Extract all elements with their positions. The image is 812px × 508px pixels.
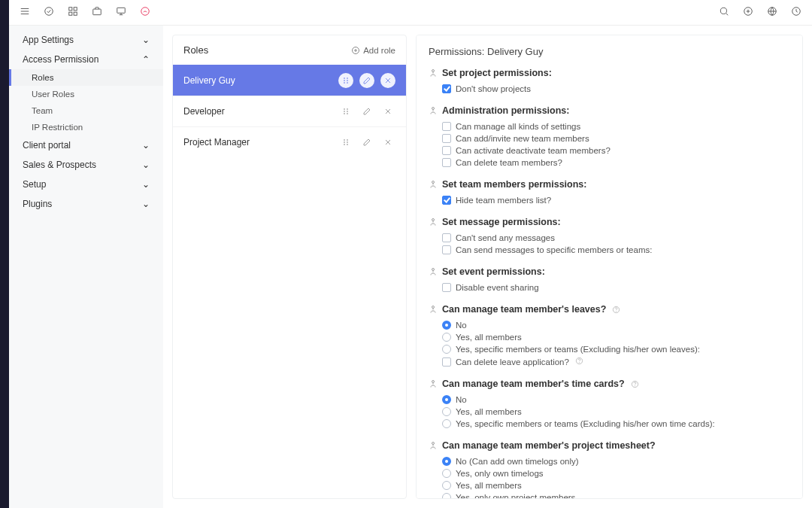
chevron-down-icon: ⌄ [142, 160, 150, 170]
checkbox-input[interactable] [442, 134, 451, 143]
svg-point-32 [344, 109, 345, 110]
checkbox-input[interactable] [442, 84, 451, 93]
sidebar-item[interactable]: Team [9, 102, 163, 119]
checkbox-input[interactable] [442, 146, 451, 155]
radio-input[interactable] [442, 493, 451, 499]
plus-circle-icon[interactable] [743, 6, 753, 19]
delete-icon[interactable] [380, 135, 395, 150]
role-name: Developer [183, 106, 225, 117]
svg-rect-8 [93, 9, 102, 15]
clock-icon[interactable] [791, 6, 801, 19]
checkbox-input[interactable] [442, 283, 451, 292]
permission-option[interactable]: Yes, all members [429, 406, 790, 418]
svg-rect-7 [74, 12, 77, 15]
svg-point-3 [45, 8, 53, 16]
radio-input[interactable] [442, 457, 451, 466]
checkbox-input[interactable] [442, 158, 451, 167]
globe-icon[interactable] [767, 6, 777, 19]
help-icon[interactable] [574, 357, 583, 367]
permission-option[interactable]: Disable event sharing [429, 281, 790, 294]
permission-option[interactable]: No [429, 394, 790, 406]
permission-option[interactable]: Don't show projects [429, 83, 790, 95]
svg-point-43 [347, 140, 348, 141]
permission-option[interactable]: Yes, only own project members [429, 491, 790, 499]
grid-icon[interactable] [68, 6, 78, 19]
permission-option[interactable]: Yes, only own timelogs [429, 467, 790, 479]
radio-input[interactable] [442, 333, 451, 342]
svg-point-40 [344, 140, 345, 141]
role-row[interactable]: Developer [173, 96, 406, 126]
checkbox-input[interactable] [442, 122, 451, 131]
radio-input[interactable] [442, 419, 451, 428]
sidebar-section[interactable]: Access Permission⌃ [9, 50, 163, 69]
drag-icon[interactable] [338, 104, 353, 119]
permission-group-title: Can manage team member's project timeshe… [429, 440, 790, 451]
svg-point-35 [347, 109, 348, 110]
drag-icon[interactable] [338, 135, 353, 150]
svg-point-44 [347, 142, 348, 143]
radio-input[interactable] [442, 481, 451, 490]
sidebar-section[interactable]: Setup⌄ [9, 175, 163, 194]
radio-input[interactable] [442, 345, 451, 354]
permission-option[interactable]: Can manage all kinds of settings [429, 120, 790, 132]
radio-input[interactable] [442, 407, 451, 416]
checkbox-input[interactable] [442, 196, 451, 205]
permissions-panel: Permissions: Delivery Guy Set project pe… [416, 35, 803, 499]
svg-point-28 [347, 81, 348, 81]
logo-icon[interactable] [140, 6, 150, 19]
permission-option[interactable]: Can add/invite new team members [429, 132, 790, 144]
sidebar-item[interactable]: IP Restriction [9, 119, 163, 135]
permission-group-title: Set message permissions: [429, 217, 790, 227]
svg-rect-6 [69, 12, 72, 15]
radio-input[interactable] [442, 395, 451, 404]
permission-option[interactable]: Yes, specific members or teams (Excludin… [429, 343, 790, 355]
permission-option[interactable]: Hide team members list? [429, 194, 790, 206]
svg-point-36 [347, 111, 348, 112]
search-icon[interactable] [719, 6, 729, 19]
sidebar-item[interactable]: Roles [9, 69, 163, 86]
sidebar-section[interactable]: Plugins⌄ [9, 194, 163, 214]
checkbox-input[interactable] [442, 233, 451, 242]
monitor-icon[interactable] [116, 6, 126, 19]
checkbox-input[interactable] [442, 357, 451, 367]
chevron-down-icon: ⌄ [142, 199, 150, 209]
sidebar-item[interactable]: User Roles [9, 86, 163, 102]
permission-option[interactable]: Can delete leave application? [429, 355, 790, 368]
sidebar-section[interactable]: Client portal⌄ [9, 135, 163, 155]
permission-option[interactable]: Can delete team members? [429, 157, 790, 169]
left-rail [0, 0, 9, 508]
radio-input[interactable] [442, 469, 451, 478]
check-circle-icon[interactable] [44, 6, 54, 19]
permission-option[interactable]: Can't send any messages [429, 232, 790, 244]
permission-option[interactable]: Yes, specific members or teams (Excludin… [429, 418, 790, 430]
roles-panel: Roles Add role Delivery GuyDeveloperProj… [172, 35, 407, 499]
add-role-button[interactable]: Add role [351, 46, 395, 55]
permission-option[interactable]: No [429, 319, 790, 331]
permission-option[interactable]: Can activate deactivate team members? [429, 144, 790, 157]
role-row[interactable]: Delivery Guy [173, 65, 406, 96]
edit-icon[interactable] [359, 73, 374, 88]
permission-option[interactable]: Yes, all members [429, 479, 790, 491]
briefcase-icon[interactable] [92, 6, 102, 19]
radio-input[interactable] [442, 321, 451, 330]
svg-point-48 [432, 70, 435, 72]
chevron-down-icon: ⌄ [142, 179, 150, 190]
role-row[interactable]: Project Manager [173, 126, 406, 157]
delete-icon[interactable] [380, 73, 395, 88]
sidebar-section[interactable]: Sales & Prospects⌄ [9, 155, 163, 175]
svg-point-50 [432, 181, 435, 184]
permission-option[interactable]: Yes, all members [429, 331, 790, 343]
drag-icon[interactable] [338, 73, 353, 88]
permission-option[interactable]: No (Can add own timelogs only) [429, 455, 790, 467]
permission-option[interactable]: Can send messages to specific members or… [429, 244, 790, 256]
chevron-down-icon: ⌄ [142, 140, 150, 151]
role-name: Delivery Guy [183, 75, 235, 86]
checkbox-input[interactable] [442, 245, 451, 254]
delete-icon[interactable] [380, 104, 395, 119]
svg-point-53 [432, 306, 435, 309]
edit-icon[interactable] [359, 104, 374, 119]
svg-point-45 [347, 144, 348, 145]
sidebar-section[interactable]: App Settings⌄ [9, 30, 163, 50]
edit-icon[interactable] [359, 135, 374, 150]
hamburger-icon[interactable] [20, 6, 30, 19]
